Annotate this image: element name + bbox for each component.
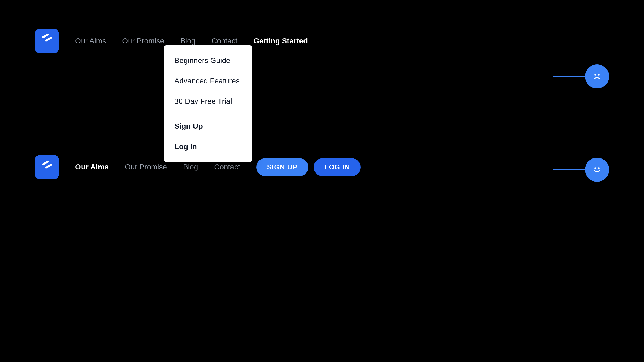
dropdown-item-signup[interactable]: Sign Up [164, 116, 252, 136]
svg-rect-4 [42, 160, 49, 166]
nav-contact[interactable]: Contact [211, 37, 237, 45]
svg-rect-0 [42, 33, 49, 39]
dropdown-menu: Beginners Guide Advanced Features 30 Day… [164, 45, 252, 162]
feedback-indicator-bottom [553, 158, 609, 182]
feedback-line-bottom [553, 169, 585, 170]
feedback-indicator-top [553, 64, 609, 88]
dropdown-item-beginners-guide[interactable]: Beginners Guide [164, 50, 252, 71]
nav-bottom-contact[interactable]: Contact [214, 163, 240, 171]
svg-point-3 [598, 74, 600, 76]
feedback-circle-top[interactable] [585, 64, 609, 88]
nav-getting-started[interactable]: Getting Started [254, 37, 308, 45]
nav-blog[interactable]: Blog [180, 37, 195, 45]
dropdown-divider [164, 114, 252, 114]
svg-point-2 [594, 74, 596, 76]
login-button[interactable]: LOG IN [314, 158, 361, 176]
feedback-circle-bottom[interactable] [585, 158, 609, 182]
signup-button[interactable]: SIGN UP [256, 158, 308, 176]
nav-links-top: Our Aims Our Promise Blog Contact Gettin… [75, 37, 308, 45]
svg-rect-1 [45, 36, 52, 42]
nav-bottom-blog[interactable]: Blog [183, 163, 198, 171]
logo-icon-bottom [40, 160, 54, 174]
nav-bottom-our-aims[interactable]: Our Aims [75, 163, 109, 171]
nav-buttons: SIGN UP LOG IN [256, 158, 361, 176]
dropdown-item-login[interactable]: Log In [164, 136, 252, 157]
logo[interactable] [35, 29, 59, 53]
logo-bottom[interactable] [35, 155, 59, 179]
nav-links-bottom: Our Aims Our Promise Blog Contact [75, 163, 240, 171]
nav-our-promise[interactable]: Our Promise [122, 37, 164, 45]
dropdown-item-30day-trial[interactable]: 30 Day Free Trial [164, 91, 252, 112]
dropdown-item-advanced-features[interactable]: Advanced Features [164, 71, 252, 91]
svg-rect-5 [45, 164, 52, 169]
svg-point-7 [598, 167, 600, 169]
nav-our-aims[interactable]: Our Aims [75, 37, 106, 45]
logo-icon [40, 33, 54, 49]
svg-point-6 [594, 167, 596, 169]
dropdown-menu-container: Beginners Guide Advanced Features 30 Day… [164, 45, 252, 162]
nav-bottom-our-promise[interactable]: Our Promise [125, 163, 167, 171]
happy-face-icon [590, 163, 604, 176]
sad-face-icon [590, 70, 604, 83]
feedback-line-top [553, 76, 585, 77]
